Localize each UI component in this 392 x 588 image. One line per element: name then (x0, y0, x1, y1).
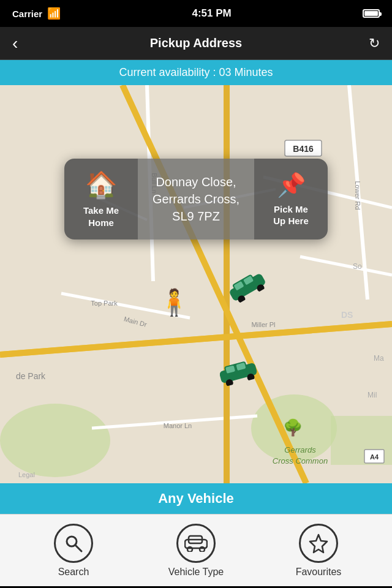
vehicle-type-tab-label: Vehicle Type (168, 567, 224, 578)
refresh-button[interactable]: ↻ (355, 36, 380, 51)
wifi-icon: 📶 (47, 7, 61, 20)
status-bar-right (363, 9, 380, 18)
pin-icon: 📌 (277, 172, 306, 198)
map-svg: B416 Bull Ln Lower Rd Top Park Manor Ln … (0, 85, 392, 483)
carrier-label: Carrier (12, 9, 42, 19)
popup-address-center: Donnay Close,Gerrards Cross,SL9 7PZ (138, 159, 254, 239)
svg-point-54 (200, 547, 205, 552)
back-button[interactable]: ‹ (12, 34, 37, 53)
search-icon (54, 524, 93, 563)
status-time: 4:51 PM (192, 7, 231, 20)
svg-text:Ma: Ma (374, 354, 384, 363)
favourites-icon (299, 524, 338, 563)
svg-text:Manor Ln: Manor Ln (164, 422, 192, 429)
search-tab-label: Search (58, 567, 89, 578)
vehicle-type-icon (176, 524, 216, 563)
pick-me-up-label: Pick MeUp Here (273, 203, 309, 227)
svg-text:A4: A4 (370, 453, 379, 461)
popup-address-text: Donnay Close,Gerrards Cross,SL9 7PZ (153, 173, 239, 225)
svg-text:B416: B416 (293, 144, 314, 154)
map-popup: 🏠 Take MeHome Donnay Close,Gerrards Cros… (64, 159, 328, 239)
svg-text:de Park: de Park (16, 371, 46, 381)
map-area[interactable]: B416 Bull Ln Lower Rd Top Park Manor Ln … (0, 85, 392, 483)
svg-text:Miller Pl: Miller Pl (251, 321, 275, 328)
svg-marker-55 (310, 535, 327, 552)
tab-search[interactable]: Search (12, 524, 135, 578)
svg-text:Cross Common: Cross Common (273, 456, 328, 466)
svg-text:Mil: Mil (368, 391, 377, 399)
svg-text:DS: DS (341, 310, 353, 320)
pick-me-up-button[interactable]: 📌 Pick MeUp Here (254, 159, 328, 239)
svg-text:Top Park: Top Park (91, 300, 118, 307)
tab-bar: Search Vehicle Type Favourites (0, 514, 392, 586)
page-title: Pickup Address (150, 36, 242, 50)
svg-text:Legal: Legal (18, 471, 35, 478)
vehicle-banner: Any Vehicle (0, 483, 392, 514)
home-icon: 🏠 (85, 170, 117, 200)
person-marker: 🧍 (158, 287, 190, 317)
battery-icon (363, 9, 380, 18)
favourites-tab-label: Favourites (296, 567, 342, 578)
svg-text:Lower Rd: Lower Rd (354, 181, 361, 209)
svg-text:Gerrards: Gerrards (284, 445, 316, 454)
svg-point-1 (0, 404, 110, 477)
status-bar-left: Carrier 📶 (12, 7, 61, 20)
status-bar: Carrier 📶 4:51 PM (0, 0, 392, 27)
tab-vehicle-type[interactable]: Vehicle Type (135, 524, 257, 578)
take-me-home-button[interactable]: 🏠 Take MeHome (64, 159, 138, 239)
svg-text:🌳: 🌳 (283, 418, 303, 437)
tab-favourites[interactable]: Favourites (257, 524, 380, 578)
take-me-home-label: Take MeHome (83, 205, 119, 228)
svg-point-53 (187, 547, 192, 552)
availability-banner: Current availability : 03 Minutes (0, 60, 392, 85)
svg-line-50 (75, 545, 81, 551)
svg-text:So: So (353, 262, 362, 271)
nav-bar: ‹ Pickup Address ↻ (0, 27, 392, 60)
